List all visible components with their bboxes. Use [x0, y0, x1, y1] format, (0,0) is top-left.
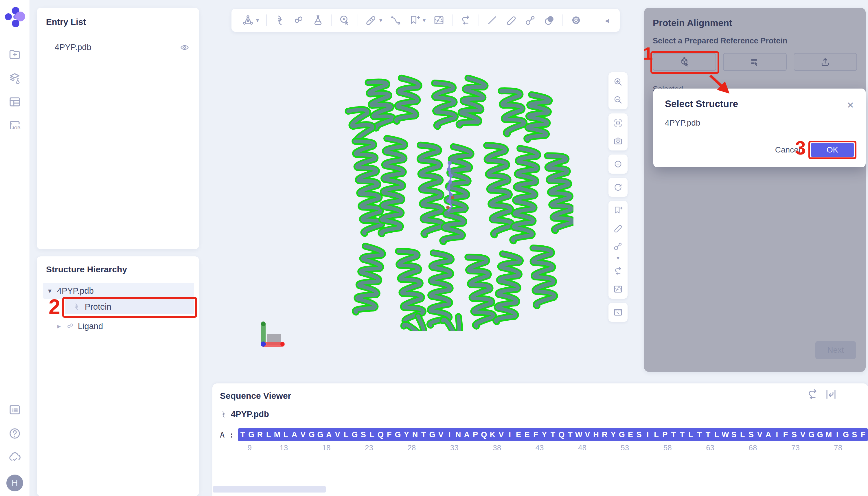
- residue[interactable]: F: [781, 428, 790, 441]
- caret-down-icon[interactable]: ▾: [617, 255, 619, 262]
- residue[interactable]: E: [626, 428, 635, 441]
- stick-representation-button[interactable]: [502, 14, 521, 26]
- residue[interactable]: N: [454, 428, 463, 441]
- avatar[interactable]: H: [6, 475, 23, 491]
- sidebar-workspace-button[interactable]: [5, 92, 25, 112]
- residue[interactable]: Q: [376, 428, 385, 441]
- caret-right-icon[interactable]: ▸: [55, 322, 63, 330]
- residue[interactable]: V: [333, 428, 342, 441]
- residue[interactable]: T: [549, 428, 557, 441]
- sidebar-new-entry-button[interactable]: [5, 45, 25, 64]
- horizontal-scrollbar[interactable]: [213, 486, 326, 493]
- residue[interactable]: T: [238, 428, 247, 441]
- residue[interactable]: G: [316, 428, 325, 441]
- residue[interactable]: H: [592, 428, 600, 441]
- collapse-toolbar-button[interactable]: ◂: [601, 16, 613, 25]
- swap-structures-button[interactable]: [456, 14, 475, 26]
- seq-wrap-button[interactable]: [825, 388, 837, 401]
- sidebar-help-button[interactable]: [5, 424, 25, 443]
- residue[interactable]: I: [644, 428, 652, 441]
- residue[interactable]: A: [325, 428, 333, 441]
- tree-item-root[interactable]: ▾ 4PYP.pdb: [43, 283, 194, 299]
- residue[interactable]: G: [307, 428, 316, 441]
- residue[interactable]: S: [790, 428, 799, 441]
- residue[interactable]: I: [773, 428, 781, 441]
- residue[interactable]: S: [359, 428, 368, 441]
- viewer-settings-button[interactable]: [567, 14, 586, 26]
- panel-layout-button[interactable]: [609, 303, 628, 321]
- caret-down-icon[interactable]: ▾: [46, 287, 53, 295]
- seq-swap-button[interactable]: [806, 388, 819, 401]
- residue[interactable]: Y: [540, 428, 549, 441]
- zoom-in-button[interactable]: [609, 73, 628, 91]
- residue[interactable]: M: [824, 428, 833, 441]
- residue[interactable]: V: [299, 428, 307, 441]
- residue[interactable]: L: [738, 428, 747, 441]
- caret-down-icon[interactable]: ▾: [256, 17, 259, 24]
- residue[interactable]: E: [523, 428, 532, 441]
- entry-list-item[interactable]: 4PYP.pdb: [46, 43, 190, 52]
- residue[interactable]: L: [342, 428, 350, 441]
- residue[interactable]: G: [394, 428, 402, 441]
- swap-button[interactable]: [609, 262, 628, 280]
- line-representation-button[interactable]: [483, 14, 502, 26]
- ligand-view-button[interactable]: [289, 14, 309, 26]
- residue[interactable]: W: [574, 428, 583, 441]
- zoom-out-button[interactable]: [609, 91, 628, 109]
- residue[interactable]: G: [807, 428, 816, 441]
- residue[interactable]: M: [273, 428, 282, 441]
- sidebar-cloud-status-button[interactable]: [5, 447, 25, 467]
- residue[interactable]: L: [712, 428, 721, 441]
- residue[interactable]: T: [669, 428, 678, 441]
- residue[interactable]: L: [264, 428, 273, 441]
- residue[interactable]: A: [290, 428, 299, 441]
- residue[interactable]: P: [471, 428, 480, 441]
- residue[interactable]: A: [764, 428, 773, 441]
- fit-view-button[interactable]: [609, 114, 628, 132]
- residue[interactable]: V: [437, 428, 445, 441]
- residue[interactable]: Y: [402, 428, 411, 441]
- ball-stick-style-button[interactable]: [609, 237, 628, 255]
- residue[interactable]: P: [661, 428, 669, 441]
- residue[interactable]: F: [385, 428, 394, 441]
- residue[interactable]: T: [678, 428, 686, 441]
- select-mode-button[interactable]: [335, 14, 354, 26]
- measure-button[interactable]: ▾: [362, 14, 386, 26]
- ball-stick-representation-button[interactable]: [521, 14, 540, 26]
- reset-orientation-button[interactable]: [609, 178, 628, 196]
- residue[interactable]: T: [695, 428, 704, 441]
- protein-view-button[interactable]: [270, 14, 289, 26]
- stick-style-button[interactable]: [609, 219, 628, 237]
- residue[interactable]: G: [350, 428, 359, 441]
- sidebar-logs-button[interactable]: [5, 400, 25, 420]
- caret-down-icon[interactable]: ▾: [379, 17, 382, 24]
- residue[interactable]: E: [514, 428, 523, 441]
- eye-icon[interactable]: [180, 43, 189, 52]
- tree-item-protein[interactable]: Protein: [65, 299, 194, 314]
- residue[interactable]: Q: [557, 428, 566, 441]
- sidebar-jobs-button[interactable]: JOB: [5, 116, 25, 136]
- annotate-button[interactable]: [609, 201, 628, 219]
- residue[interactable]: S: [635, 428, 644, 441]
- tree-item-ligand[interactable]: ▸ Ligand: [55, 318, 199, 334]
- residue[interactable]: L: [282, 428, 290, 441]
- residue[interactable]: T: [419, 428, 428, 441]
- residue[interactable]: G: [617, 428, 626, 441]
- residue[interactable]: V: [497, 428, 505, 441]
- residue[interactable]: L: [652, 428, 661, 441]
- residue[interactable]: G: [816, 428, 824, 441]
- residue[interactable]: S: [730, 428, 738, 441]
- close-icon[interactable]: ✕: [847, 100, 854, 110]
- residue[interactable]: G: [842, 428, 850, 441]
- residue[interactable]: S: [850, 428, 859, 441]
- residue[interactable]: R: [256, 428, 265, 441]
- residue[interactable]: L: [368, 428, 376, 441]
- app-logo-icon[interactable]: [4, 6, 25, 28]
- residue[interactable]: I: [505, 428, 514, 441]
- surface-button[interactable]: [429, 14, 448, 26]
- residue[interactable]: G: [428, 428, 437, 441]
- residue[interactable]: V: [583, 428, 592, 441]
- residue[interactable]: N: [411, 428, 420, 441]
- residue[interactable]: V: [755, 428, 764, 441]
- residue[interactable]: A: [462, 428, 471, 441]
